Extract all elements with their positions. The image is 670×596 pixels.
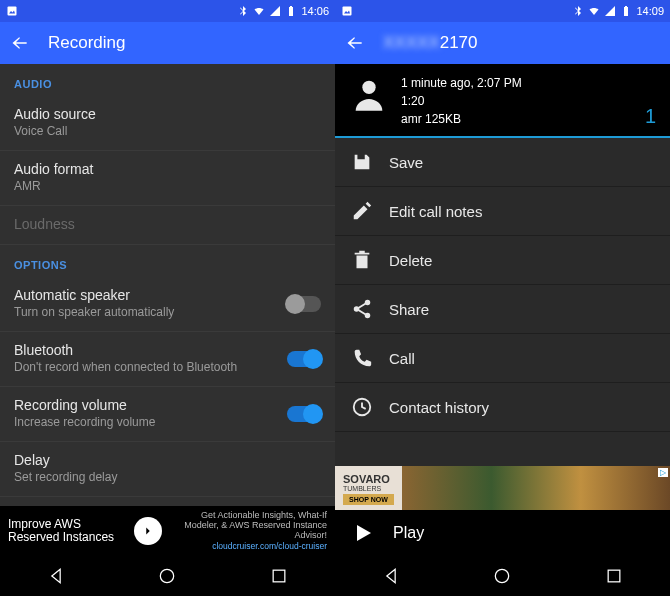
- appbar-title: XXXXX2170: [383, 33, 478, 53]
- call-header: 1 minute ago, 2:07 PM 1:20 amr 125KB 1: [335, 64, 670, 138]
- toggle-bluetooth[interactable]: [287, 351, 321, 367]
- play-icon: [351, 521, 375, 545]
- phone-icon: [351, 347, 373, 369]
- clock-icon: [351, 396, 373, 418]
- nav-recents-icon[interactable]: [269, 566, 289, 586]
- section-options: OPTIONS: [0, 245, 335, 277]
- setting-sub: Turn on speaker automatically: [14, 305, 321, 319]
- save-icon: [351, 151, 373, 173]
- ad-image: [402, 466, 670, 510]
- menu-share[interactable]: Share: [335, 285, 670, 334]
- setting-title: Delay: [14, 452, 321, 468]
- setting-title: Recording volume: [14, 397, 321, 413]
- svg-rect-8: [624, 7, 628, 16]
- bluetooth-icon: [237, 5, 249, 17]
- toggle-auto-speaker[interactable]: [287, 296, 321, 312]
- menu-call[interactable]: Call: [335, 334, 670, 383]
- call-time: 1 minute ago, 2:07 PM: [401, 74, 633, 92]
- ad-arrow-icon: [134, 517, 162, 545]
- menu-label: Delete: [389, 252, 432, 269]
- setting-title: Audio format: [14, 161, 321, 177]
- trash-icon: [351, 249, 373, 271]
- menu-label: Share: [389, 301, 429, 318]
- call-count: 1: [645, 105, 656, 128]
- statusbar-time: 14:09: [636, 5, 664, 17]
- setting-title: Automatic speaker: [14, 287, 321, 303]
- svg-rect-16: [608, 570, 620, 582]
- ad-banner-left[interactable]: Improve AWS Reserved Instances Get Actio…: [0, 506, 335, 556]
- signal-icon: [604, 5, 616, 17]
- ad-badge-icon: ▷: [658, 468, 668, 477]
- nav-back-icon[interactable]: [381, 566, 401, 586]
- wifi-icon: [588, 5, 600, 17]
- nav-home-icon[interactable]: [157, 566, 177, 586]
- setting-sub: AMR: [14, 179, 321, 193]
- menu-label: Contact history: [389, 399, 489, 416]
- signal-icon: [269, 5, 281, 17]
- svg-rect-2: [289, 7, 293, 16]
- menu-label: Call: [389, 350, 415, 367]
- nav-recents-icon[interactable]: [604, 566, 624, 586]
- pencil-icon: [351, 200, 373, 222]
- share-icon: [351, 298, 373, 320]
- menu-delete[interactable]: Delete: [335, 236, 670, 285]
- ad-title: Improve AWS Reserved Instances: [8, 518, 128, 544]
- image-icon: [6, 5, 18, 17]
- setting-title: Audio source: [14, 106, 321, 122]
- statusbar-left: 14:06: [0, 0, 335, 22]
- back-icon[interactable]: [10, 33, 30, 53]
- nav-back-icon[interactable]: [46, 566, 66, 586]
- wifi-icon: [253, 5, 265, 17]
- playbar[interactable]: Play: [335, 510, 670, 556]
- setting-title: Loudness: [14, 216, 321, 232]
- setting-sub: Don't record when connected to Bluetooth: [14, 360, 321, 374]
- play-label: Play: [393, 524, 424, 542]
- setting-audio-format[interactable]: Audio format AMR: [0, 151, 335, 206]
- ad-banner-right[interactable]: SOVARO TUMBLERS SHOP NOW ▷: [335, 466, 670, 510]
- svg-rect-5: [273, 570, 285, 582]
- menu-save[interactable]: Save: [335, 138, 670, 187]
- menu-edit-notes[interactable]: Edit call notes: [335, 187, 670, 236]
- svg-point-4: [161, 569, 174, 582]
- toggle-recording-volume[interactable]: [287, 406, 321, 422]
- call-fileinfo: amr 125KB: [401, 110, 633, 128]
- appbar-right: XXXXX2170: [335, 22, 670, 64]
- nav-home-icon[interactable]: [492, 566, 512, 586]
- image-icon: [341, 5, 353, 17]
- setting-recording-volume[interactable]: Recording volume Increase recording volu…: [0, 387, 335, 442]
- call-meta: 1 minute ago, 2:07 PM 1:20 amr 125KB: [401, 74, 633, 128]
- ad-link: cloudcruiser.com/cloud-cruiser: [212, 541, 327, 551]
- navbar-right: [335, 556, 670, 596]
- menu-label: Save: [389, 154, 423, 171]
- battery-icon: [620, 5, 632, 17]
- ad-desc: Get Actionable Insights, What-If Modeler…: [168, 511, 327, 541]
- ad-brand: SOVARO TUMBLERS SHOP NOW: [335, 469, 402, 508]
- svg-rect-3: [290, 6, 292, 7]
- svg-rect-6: [343, 7, 352, 16]
- battery-icon: [285, 5, 297, 17]
- statusbar-right: 14:09: [335, 0, 670, 22]
- svg-rect-0: [8, 7, 17, 16]
- appbar-left: Recording: [0, 22, 335, 64]
- call-duration: 1:20: [401, 92, 633, 110]
- svg-point-15: [496, 569, 509, 582]
- setting-delay[interactable]: Delay Set recording delay: [0, 442, 335, 497]
- setting-loudness: Loudness: [0, 206, 335, 245]
- appbar-title: Recording: [48, 33, 126, 53]
- setting-audio-source[interactable]: Audio source Voice Call: [0, 96, 335, 151]
- svg-point-10: [362, 81, 375, 94]
- section-audio: AUDIO: [0, 64, 335, 96]
- back-icon[interactable]: [345, 33, 365, 53]
- setting-sub: Voice Call: [14, 124, 321, 138]
- setting-auto-speaker[interactable]: Automatic speaker Turn on speaker automa…: [0, 277, 335, 332]
- setting-title: Bluetooth: [14, 342, 321, 358]
- screen-settings: 14:06 Recording AUDIO Audio source Voice…: [0, 0, 335, 596]
- bluetooth-icon: [572, 5, 584, 17]
- menu-label: Edit call notes: [389, 203, 482, 220]
- setting-sub: Increase recording volume: [14, 415, 321, 429]
- setting-sub: Set recording delay: [14, 470, 321, 484]
- call-menu: Save Edit call notes Delete Share Call C…: [335, 138, 670, 466]
- menu-contact-history[interactable]: Contact history: [335, 383, 670, 432]
- setting-bluetooth[interactable]: Bluetooth Don't record when connected to…: [0, 332, 335, 387]
- avatar-icon: [349, 74, 389, 128]
